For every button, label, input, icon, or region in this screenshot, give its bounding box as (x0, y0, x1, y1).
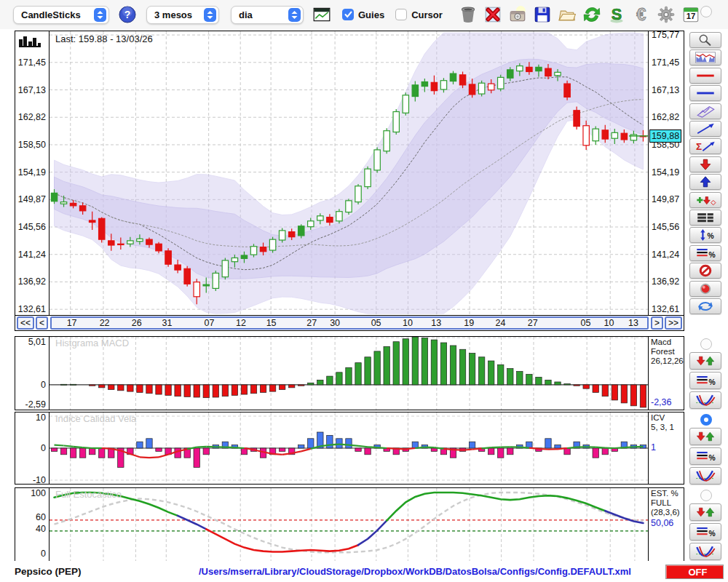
hline-red-button[interactable] (689, 68, 721, 84)
stochastic-label-line: FULL (651, 498, 684, 508)
price-tick: 171,45 (652, 57, 679, 68)
sync-button[interactable] (689, 298, 721, 314)
date-label: 05 (371, 318, 381, 328)
help-icon[interactable]: ? (119, 6, 136, 23)
preview-button[interactable] (689, 49, 721, 65)
gear-icon[interactable] (657, 5, 676, 24)
updown-button[interactable] (689, 352, 721, 370)
curves-button[interactable] (689, 467, 721, 485)
euro-icon[interactable]: € (632, 5, 651, 24)
lines-pct-button[interactable]: % (689, 372, 721, 389)
refresh-icon[interactable] (582, 5, 601, 24)
toolbar-radio[interactable] (700, 6, 712, 17)
date-label: 07 (205, 318, 215, 328)
updown-button[interactable] (689, 503, 721, 521)
record-button[interactable] (689, 281, 721, 297)
price-tick: 132,61 (652, 304, 679, 314)
stochastic-tick: 100 (31, 488, 46, 498)
price-tick: 132,61 (18, 304, 46, 314)
price-axis-right: 159,88 175,77171,45167,13162,82158,50154… (649, 31, 684, 315)
macd-value: -2,36 (651, 398, 672, 407)
date-label: 15 (266, 318, 277, 328)
price-tick: 136,92 (18, 276, 46, 287)
date-label: 12 (236, 318, 246, 328)
mini-chart-icon[interactable] (312, 5, 331, 24)
arrow-up-button[interactable] (689, 174, 721, 190)
chart-type-select[interactable]: CandleSticks (13, 6, 109, 24)
price-tick: 145,56 (652, 222, 679, 232)
lines-pct-button[interactable]: % (689, 245, 721, 261)
date-label: 13 (628, 318, 638, 328)
scroll-first-button[interactable]: << (17, 316, 34, 330)
scroll-last-button[interactable]: >> (665, 316, 682, 330)
status-bar: Pepsico (PEP) /Users/mserra/Library/Clou… (0, 561, 728, 582)
macd-tick: -2,59 (25, 399, 47, 410)
guies-label: Guies (358, 9, 384, 20)
scroll-prev-button[interactable]: < (36, 316, 48, 330)
guies-checkbox[interactable]: Guies (342, 9, 384, 20)
main-plot[interactable]: Last: 159.88 - 13/03/26 (49, 31, 649, 315)
lines-pct-button[interactable]: % (689, 523, 721, 541)
curves-button[interactable] (689, 391, 721, 409)
date-label: 27 (528, 318, 538, 328)
snapshot-icon[interactable] (508, 5, 527, 24)
price-tick: 167,13 (18, 85, 46, 95)
icv-label-line: 5, 3, 1 (651, 423, 684, 432)
price-tick: 141,24 (652, 250, 679, 260)
no-entry-button[interactable] (689, 263, 721, 279)
price-tick: 162,82 (652, 112, 679, 122)
price-tick: 145,56 (18, 222, 46, 232)
signals-button[interactable] (689, 192, 721, 208)
sigma-button[interactable]: Σ (689, 138, 721, 154)
open-icon[interactable] (558, 5, 577, 24)
svg-text:S: S (612, 5, 622, 23)
arrow-down-button[interactable] (689, 156, 721, 172)
date-label: 10 (604, 318, 614, 328)
date-label: 27 (306, 318, 317, 328)
curves-button[interactable] (689, 543, 721, 560)
timeframe-select[interactable]: dia (231, 6, 304, 24)
stochastic-info: EST. %FULL(28,3,6) 50,06 (649, 488, 684, 561)
macd-panel-radio[interactable] (700, 338, 712, 350)
select-stepper-icon (204, 8, 216, 22)
date-label: 05 (581, 318, 591, 328)
select-stepper-icon (94, 8, 106, 22)
stochastic-label-line: EST. % (651, 489, 684, 498)
save-icon[interactable] (533, 5, 552, 24)
date-label: 26 (132, 318, 142, 328)
date-label: 13 (431, 318, 441, 328)
trash-icon[interactable] (459, 5, 478, 24)
icv-plot[interactable]: Indice Calidad Vela (49, 412, 649, 484)
updown-button[interactable] (689, 428, 721, 445)
config-path-link[interactable]: /Users/mserra/Library/CloudStorage/Dropb… (175, 566, 655, 577)
trendline-button[interactable] (689, 121, 721, 137)
period-select[interactable]: 3 mesos (146, 6, 219, 24)
scroll-next-button[interactable]: > (651, 316, 663, 330)
macd-plot[interactable]: Histgrama MACD (49, 337, 649, 410)
vrange-button[interactable]: % (689, 227, 721, 243)
timeframe-value: dia (239, 9, 253, 20)
off-button[interactable]: OFF (665, 565, 724, 579)
zoom-button[interactable] (689, 32, 721, 48)
cursor-checkbox[interactable]: Cursor (395, 9, 443, 20)
hline-blue-button[interactable] (689, 85, 721, 101)
svg-text:%: % (708, 378, 715, 386)
stochastic-plot[interactable]: Full Estocastico (49, 488, 649, 561)
price-tick: 154,19 (18, 167, 46, 178)
channel-button[interactable] (689, 103, 721, 119)
svg-text:€: € (636, 5, 646, 24)
toolbar-icon-group: S€17 (453, 5, 700, 24)
stochastic-tick: 40 (36, 524, 46, 534)
icv-panel-radio[interactable] (700, 414, 712, 426)
delete-icon[interactable] (483, 5, 502, 24)
rows-button[interactable] (689, 210, 721, 226)
date-strip[interactable]: 172226310712152730051013192427051013 (50, 316, 649, 330)
symbol-label: Pepsico (PEP) (15, 566, 82, 577)
tool-sidebar: Σ%%%%% (687, 0, 728, 582)
histogram-icon (17, 35, 42, 52)
stoch-panel-radio[interactable] (700, 490, 712, 501)
stochastic-chart (50, 488, 648, 561)
icv-info: ICV5, 3, 1 1 (649, 412, 684, 484)
lines-pct-button[interactable]: % (689, 447, 721, 465)
currency-icon[interactable]: S (607, 5, 626, 24)
